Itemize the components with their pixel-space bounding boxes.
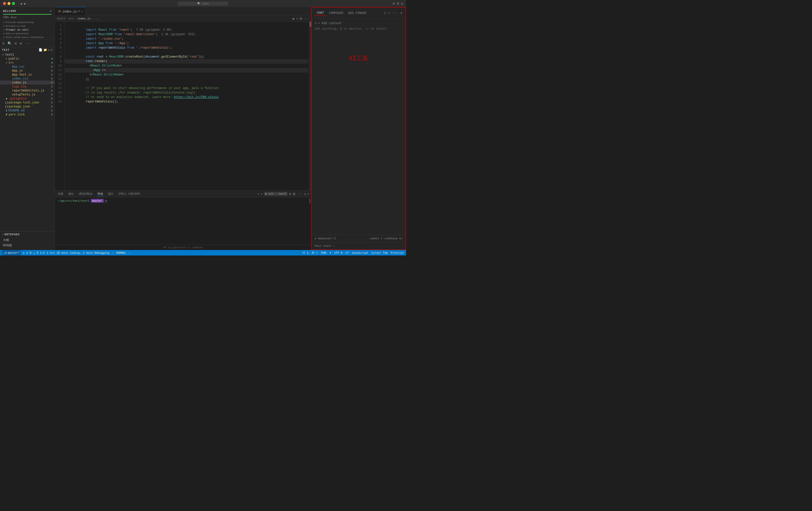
tab-chat[interactable]: CHAT [315, 10, 326, 16]
nav-forward-icon[interactable]: ▶ [24, 1, 26, 5]
more-icon[interactable]: ··· [392, 11, 398, 15]
search-icon[interactable]: 🔍 [6, 41, 13, 46]
welcome-close-icon[interactable]: × [50, 9, 52, 13]
untracked-badge: U [51, 105, 55, 108]
close-button[interactable] [3, 2, 6, 5]
tree-item-readme[interactable]: ℹ README.md U [0, 109, 55, 113]
tab-port[interactable]: 端口 [107, 191, 114, 196]
welcome-item-label: Chat with your codebase [6, 36, 44, 39]
chevron-right-icon: ▸ [4, 57, 8, 60]
untracked-badge: U [51, 93, 55, 96]
cursor-icon[interactable]: ✦ [296, 17, 298, 21]
code-content[interactable]: import React from 'react'; 7.5K (gzipped… [65, 22, 311, 190]
dropdown-icon[interactable]: ▾ [261, 192, 263, 196]
tree-item-gitignore[interactable]: ◈ .gitignore U [0, 96, 55, 100]
welcome-item-question[interactable]: ✓ Ask a question [3, 32, 52, 35]
notepads-header[interactable]: ▾ NOTEPADS [0, 231, 55, 238]
model-name[interactable]: deepseek-r1 [318, 237, 336, 240]
tree-item-setuptests[interactable]: setupTests.js U [0, 92, 55, 96]
status-encoding[interactable]: UTF-8 [334, 251, 342, 254]
tree-item-reportwebvitals[interactable]: reportWebVitals.js U [0, 89, 55, 92]
tree-item-test1[interactable]: ▾ test1 [0, 53, 55, 57]
tree-item-src[interactable]: ▾ src ● [0, 61, 55, 65]
language-label: JavaScript [352, 251, 368, 254]
minimize-button[interactable] [7, 2, 10, 5]
notepad-item-timeline[interactable]: 时间线 [3, 243, 52, 248]
split-icon[interactable]: ⧉ [300, 17, 302, 21]
titlebar-search[interactable]: 🔍 test [178, 1, 228, 6]
split-terminal-icon[interactable]: ⧉ [289, 192, 291, 196]
file-icon: # [4, 113, 8, 116]
tab-output[interactable]: 输出 [67, 191, 75, 196]
tree-item-index-js[interactable]: index.js U [0, 81, 55, 85]
welcome-item-onboarding[interactable]: ✓ Finish onboarding [3, 21, 52, 24]
tab-spell-checker[interactable]: SPELL CHECKER [117, 192, 141, 196]
settings-icon[interactable]: ⚙ [401, 2, 403, 5]
welcome-item-codebase[interactable]: ✓ Chat with your codebase [3, 35, 52, 39]
welcome-checklist: ✓ Finish onboarding ✓ Accept a tab ✓ Pro… [0, 20, 55, 40]
add-terminal-icon[interactable]: + [257, 192, 259, 196]
tab-index-js[interactable]: JS index.js U × [55, 7, 86, 16]
tab-debug-console[interactable]: 调试控制台 [78, 191, 93, 196]
code-label: codebase ⌘↵ [384, 237, 403, 240]
refresh-icon[interactable]: ↻ [48, 48, 50, 52]
breadcrumb-sep: › [66, 17, 68, 20]
layout-icon[interactable]: ⊞ [19, 41, 23, 46]
source-control-icon[interactable]: ⑆ [14, 41, 18, 46]
tree-item-public[interactable]: ▸ public ● [0, 57, 55, 61]
status-warnings[interactable]: △ 0 [33, 251, 38, 254]
run-icon[interactable]: ▶ [293, 17, 295, 21]
close-panel-icon[interactable]: × [401, 11, 403, 15]
layout-icon[interactable]: ⊞ [393, 2, 395, 5]
tab-problems[interactable]: 问题 [57, 191, 64, 196]
more-icon[interactable]: ··· [24, 41, 32, 46]
add-icon[interactable]: + [384, 11, 386, 15]
minimize-panel-icon[interactable]: ∧ [304, 192, 306, 196]
new-folder-icon[interactable]: 📁 [44, 48, 47, 52]
tab-terminal[interactable]: 终端 [96, 191, 104, 197]
tree-item-index-css[interactable]: index.css U [0, 77, 55, 81]
past-chats-button[interactable]: Past chats › [312, 242, 406, 249]
status-language[interactable]: JavaScript [352, 251, 368, 254]
tree-item-yarn-lock[interactable]: # yarn.lock U [0, 113, 55, 116]
history-icon[interactable]: ↷ [388, 11, 390, 15]
tree-item-package-lock[interactable]: {} package-lock.json U [0, 100, 55, 104]
notepad-item-outline[interactable]: 大纲 [3, 238, 52, 243]
tree-item-logo-svg[interactable]: logo.svg U [0, 85, 55, 89]
file-label: .gitignore [8, 97, 51, 100]
check-icon: ✓ [3, 21, 5, 24]
close-panel-icon[interactable]: × [308, 192, 309, 196]
status-info[interactable]: ℹ 0 [40, 251, 45, 254]
more-icon[interactable]: ··· [303, 17, 309, 21]
welcome-item-tab[interactable]: ✓ Accept a tab [3, 24, 52, 28]
nav-back-icon[interactable]: ◀ [20, 1, 22, 5]
welcome-item-edit[interactable]: ✓ Prompt an edit [3, 28, 52, 32]
status-position[interactable]: 行 1, 列 1 [302, 251, 318, 255]
copy-icon[interactable]: ⎘ [1, 41, 5, 46]
delete-icon[interactable]: 🗑 [293, 192, 296, 196]
code-editor[interactable]: 12345 678910 1112131415 161718 import Re… [55, 22, 311, 190]
new-file-icon[interactable]: 📄 [39, 48, 42, 52]
tree-item-app-test-js[interactable]: App.test.js U [0, 72, 55, 77]
maximize-button[interactable] [12, 2, 15, 5]
tab-close-icon[interactable]: × [81, 10, 83, 13]
tree-item-app-css[interactable]: App.css U [0, 65, 55, 68]
split-icon[interactable]: ⧉ [397, 1, 399, 5]
status-branch[interactable]: ⎇ master* [2, 250, 21, 256]
terminal-scrollbar[interactable] [310, 199, 310, 203]
tree-item-app-js[interactable]: App.js U [0, 68, 55, 72]
untracked-badge: U [51, 69, 55, 72]
status-spaces[interactable]: 空格: 4 [321, 251, 331, 255]
more-icon[interactable]: ··· [297, 192, 303, 196]
tab-bug-finder[interactable]: BUG FINDER [346, 10, 368, 16]
tree-item-package-json[interactable]: {} package.json U [0, 104, 55, 109]
tab-composer[interactable]: COMPOSER [327, 10, 345, 16]
status-cursor-type[interactable]: Cursor Tab [371, 251, 388, 254]
add-context-button[interactable]: + + Add context [315, 22, 403, 25]
status-sync[interactable]: ↻ [23, 251, 24, 254]
status-errors[interactable]: ⊘ 0 [26, 251, 31, 254]
status-line-ending[interactable]: LF [345, 251, 349, 254]
terminal-body[interactable]: ~/go/src/test/test1 master □ [55, 198, 311, 244]
status-formatter[interactable]: Prettier [391, 251, 404, 254]
collapse-icon[interactable]: ⊟ [51, 48, 53, 52]
